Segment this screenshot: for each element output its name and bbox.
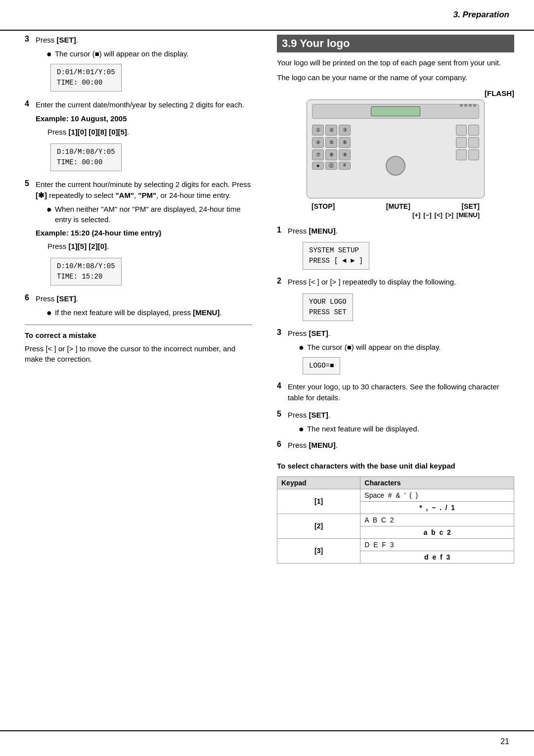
device-dots — [460, 104, 476, 107]
rstep1-display-line2: PRESS [ ◄ ► ] — [309, 257, 363, 265]
step4-display: D:10/M:08/Y:05 TIME: 00:00 — [50, 143, 122, 171]
step3-bullet-text: The cursor (■) will appear on the displa… — [55, 48, 252, 59]
header-title: 3. Preparation — [453, 10, 509, 19]
char-section-heading: To select characters with the base unit … — [277, 461, 514, 472]
right-step1: 1 Press [MENU]. SYSTEM SETUP PRESS [ ◄ ►… — [277, 226, 514, 273]
bullet-dot-r3: ● — [299, 343, 304, 352]
key1-chars2: * , − . / 1 — [360, 501, 514, 514]
rstep5-text: Press [SET]. — [288, 410, 514, 421]
left-column: 3 Press [SET]. ● The cursor (■) will app… — [25, 35, 252, 368]
rstep2-display-line1: YOUR LOGO — [309, 298, 347, 306]
key6: ⑥ — [339, 137, 351, 148]
rstep5-number: 5 — [277, 410, 288, 419]
bullet-dot3: ● — [46, 308, 52, 317]
page-container: 3. Preparation 3 Press [SET]. ● The curs… — [0, 0, 534, 756]
step5-display: D:10/M:08/Y:05 TIME: 15:20 — [50, 258, 122, 285]
device-illustration: ① ② ③ ④ ⑤ ⑥ ⑦ ⑧ ⑨ ✱ ⓪ # — [302, 99, 490, 198]
key7: ⑦ — [312, 149, 324, 160]
step4-number: 4 — [25, 99, 36, 108]
right-step6: 6 Press [MENU]. — [277, 440, 514, 454]
step5-number: 5 — [25, 179, 36, 188]
intro1: Your logo will be printed on the top of … — [277, 57, 514, 68]
step4-text: Enter the current date/month/year by sel… — [36, 99, 252, 110]
step6-text: Press [SET]. — [36, 293, 252, 304]
device-screen — [371, 106, 420, 116]
top-rule — [0, 30, 534, 31]
rstep3-text: Press [SET]. — [288, 328, 514, 339]
rstep3-display: LOGO=■ — [303, 357, 340, 375]
mute-label: [MUTE] — [386, 202, 410, 210]
char-table-body: [1] Space # & ' ( ) * , − . / 1 [2] A B … — [277, 489, 514, 563]
stop-label: [STOP] — [312, 202, 335, 210]
step3-text: Press [SET]. — [36, 35, 252, 46]
key2-chars1: A B C 2 — [360, 514, 514, 526]
rstep1-display-line1: SYSTEM SETUP — [309, 246, 359, 254]
section-header-bar: 3.9 Your logo — [277, 35, 514, 52]
rstep5-bullet: ● The next feature will be displayed. — [299, 424, 514, 434]
key3-chars1: D E F 3 — [360, 538, 514, 551]
dot4 — [473, 104, 476, 107]
flash-label-text: [FLASH] — [485, 89, 514, 97]
rstep4-text: Enter your logo, up to 30 characters. Se… — [288, 381, 514, 403]
step3-display: D:01/M:01/Y:05 TIME: 00:00 — [50, 64, 122, 92]
step5-content: Enter the current hour/minute by selecti… — [36, 179, 252, 288]
right-step2: 2 Press [< ] or [> ] repeatedly to displ… — [277, 277, 514, 324]
rkey3 — [456, 137, 467, 148]
device-btn-labels: [STOP] [MUTE] [SET] — [307, 202, 485, 210]
rkey4 — [468, 137, 479, 148]
rkey6 — [468, 149, 479, 160]
rstep6-number: 6 — [277, 440, 288, 449]
key-star: ✱ — [312, 162, 324, 170]
step4-display-line1: D:10/M:08/Y:05 — [57, 148, 115, 156]
rstep6-content: Press [MENU]. — [288, 440, 514, 454]
step4-display-line2: TIME: 00:00 — [57, 158, 102, 166]
key3-cell: [3] — [277, 538, 360, 563]
step5-display-line2: TIME: 15:20 — [57, 273, 102, 281]
key2-chars2: a b c 2 — [360, 526, 514, 538]
rstep3-number: 3 — [277, 328, 288, 337]
step6-content: Press [SET]. ● If the next feature will … — [36, 293, 252, 320]
step4-content: Enter the current date/month/year by sel… — [36, 99, 252, 174]
rkey5 — [456, 149, 467, 160]
rstep2-text: Press [< ] or [> ] repeatedly to display… — [288, 277, 514, 287]
key1: ① — [312, 125, 324, 136]
to-correct-heading: To correct a mistake — [25, 330, 252, 341]
minus-label: [−] — [423, 211, 431, 219]
left-step3: 3 Press [SET]. ● The cursor (■) will app… — [25, 35, 252, 94]
lt-label: [<] — [435, 211, 443, 219]
to-correct-text: Press [< ] or [> ] to move the cursor to… — [25, 343, 252, 365]
device-right-keys — [456, 125, 479, 160]
char-row-1a: [1] Space # & ' ( ) — [277, 489, 514, 501]
step5-display-line1: D:10/M:08/Y:05 — [57, 262, 115, 270]
step5-example-press2: Press [1][5] [2][0]. — [47, 241, 252, 252]
key5: ⑤ — [325, 137, 337, 148]
col-keypad: Keypad — [277, 476, 360, 489]
key8: ⑧ — [325, 149, 337, 160]
rstep5-content: Press [SET]. ● The next feature will be … — [288, 410, 514, 436]
key-hash: # — [339, 162, 351, 170]
char-section: To select characters with the base unit … — [277, 461, 514, 564]
rstep2-display-line2: PRESS SET — [309, 308, 347, 316]
gt-label: [>] — [445, 211, 453, 219]
key3: ③ — [339, 125, 351, 136]
key1-chars1: Space # & ' ( ) — [360, 489, 514, 501]
col-characters: Characters — [360, 476, 514, 489]
step4-example-press: Press [1][0] [0][8] [0][5]. — [47, 127, 252, 138]
key0: ⓪ — [325, 162, 337, 170]
device-top-bar — [312, 104, 479, 119]
dot3 — [469, 104, 472, 107]
section-title: 3.9 Your logo — [282, 37, 350, 49]
step4-example-label: Example: 10 August, 2005 — [36, 113, 252, 124]
key3-chars2: d e f 3 — [360, 551, 514, 563]
rstep6-text: Press [MENU]. — [288, 440, 514, 451]
rstep2-display: YOUR LOGO PRESS SET — [303, 293, 353, 321]
rstep3-bullet: ● The cursor (■) will appear on the disp… — [299, 342, 514, 352]
key2-cell: [2] — [277, 514, 360, 538]
rstep5-bullet-text: The next feature will be displayed. — [307, 424, 514, 434]
rstep1-content: Press [MENU]. SYSTEM SETUP PRESS [ ◄ ► ] — [288, 226, 514, 273]
right-step5: 5 Press [SET]. ● The next feature will b… — [277, 410, 514, 436]
rstep2-content: Press [< ] or [> ] repeatedly to display… — [288, 277, 514, 324]
device-nav-labels: [+] [−] [<] [>] [MENU] — [307, 211, 485, 219]
page-header: 3. Preparation — [453, 10, 509, 20]
left-step5: 5 Enter the current hour/minute by selec… — [25, 179, 252, 288]
